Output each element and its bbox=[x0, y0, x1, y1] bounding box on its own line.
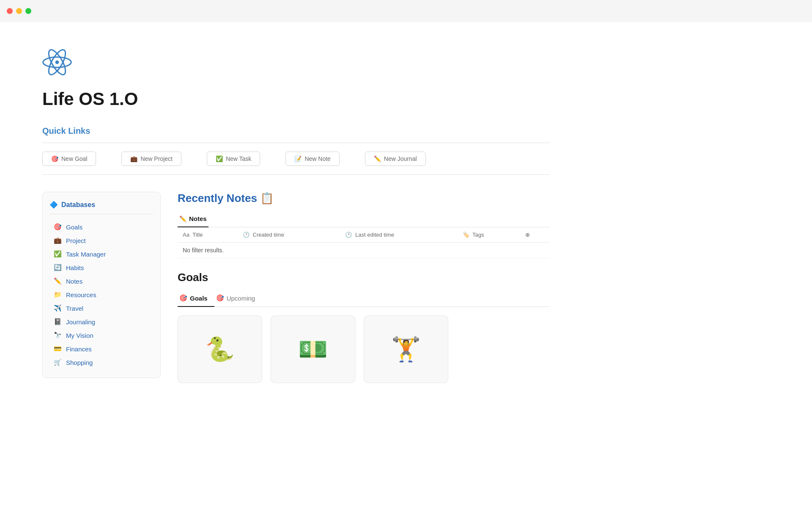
sidebar-label-habits: Habits bbox=[66, 264, 84, 271]
no-filter-message: No filter results. bbox=[178, 243, 550, 258]
notes-table-header-row: Aa Title 🕐 Created time 🕐 Last edited ti… bbox=[178, 227, 550, 243]
quick-link-new-note[interactable]: 📝New Note bbox=[285, 152, 339, 166]
tab-notes[interactable]: ✏️ Notes bbox=[178, 212, 208, 227]
notes-tab-label: Notes bbox=[189, 215, 207, 222]
notes-tabs: ✏️ Notes bbox=[178, 212, 550, 227]
maximize-button[interactable] bbox=[25, 8, 31, 14]
journaling-sidebar-icon: 📓 bbox=[54, 318, 62, 326]
sidebar-label-notes: Notes bbox=[66, 278, 82, 285]
fitness-card-emoji: 🏋️ bbox=[391, 335, 421, 363]
close-button[interactable] bbox=[7, 8, 13, 14]
notes-table: Aa Title 🕐 Created time 🕐 Last edited ti… bbox=[178, 227, 550, 258]
recently-notes-emoji: 📋 bbox=[260, 192, 274, 204]
quick-link-new-goal[interactable]: 🎯New Goal bbox=[42, 152, 96, 166]
atom-logo-icon bbox=[42, 47, 72, 77]
sidebar: 🔷 Databases 🎯Goals💼Project✅Task Manager🔄… bbox=[42, 192, 161, 378]
sidebar-header-label: Databases bbox=[61, 201, 95, 209]
sidebar-label-goals: Goals bbox=[66, 224, 82, 231]
minimize-button[interactable] bbox=[16, 8, 22, 14]
goal-card-money[interactable]: 💵 bbox=[271, 315, 355, 383]
sidebar-label-finances: Finances bbox=[66, 345, 92, 353]
sidebar-header: 🔷 Databases bbox=[49, 201, 154, 214]
upcoming-tab-label: Upcoming bbox=[227, 295, 255, 302]
sidebar-label-journaling: Journaling bbox=[66, 318, 95, 326]
task-manager-sidebar-icon: ✅ bbox=[54, 250, 62, 258]
sidebar-item-notes[interactable]: ✏️Notes bbox=[49, 274, 154, 288]
databases-icon: 🔷 bbox=[49, 201, 58, 209]
col-tags: 🏷️ Tags bbox=[458, 227, 521, 243]
svg-point-3 bbox=[55, 61, 59, 64]
goal-card-python[interactable]: 🐍 bbox=[178, 315, 262, 383]
new-goal-icon: 🎯 bbox=[51, 155, 58, 162]
finances-sidebar-icon: 💳 bbox=[54, 345, 62, 353]
goals-tab-label: Goals bbox=[190, 295, 208, 302]
sidebar-items-container: 🎯Goals💼Project✅Task Manager🔄Habits✏️Note… bbox=[49, 220, 154, 369]
habits-sidebar-icon: 🔄 bbox=[54, 264, 62, 271]
recently-notes-heading: Recently Notes 📋 bbox=[178, 192, 550, 205]
sidebar-label-travel: Travel bbox=[66, 305, 83, 312]
sidebar-label-shopping: Shopping bbox=[66, 359, 93, 366]
quick-links-bottom-divider bbox=[42, 174, 550, 175]
new-note-icon: 📝 bbox=[294, 155, 302, 162]
quick-link-new-task[interactable]: ✅New Task bbox=[207, 152, 260, 166]
sidebar-item-project[interactable]: 💼Project bbox=[49, 234, 154, 247]
sidebar-label-project: Project bbox=[66, 237, 86, 244]
new-journal-icon: ✏️ bbox=[374, 155, 381, 162]
col-last-edited-time: 🕐 Last edited time bbox=[340, 227, 457, 243]
col-created-time: 🕐 Created time bbox=[238, 227, 340, 243]
resources-sidebar-icon: 📁 bbox=[54, 291, 62, 298]
quick-link-new-journal[interactable]: ✏️New Journal bbox=[365, 152, 426, 166]
sidebar-item-shopping[interactable]: 🛒Shopping bbox=[49, 356, 154, 369]
notes-sidebar-icon: ✏️ bbox=[54, 277, 62, 285]
sidebar-item-habits[interactable]: 🔄Habits bbox=[49, 261, 154, 274]
goals-tab-icon: 🎯 bbox=[179, 294, 187, 302]
tags-col-icon: 🏷️ bbox=[463, 232, 469, 238]
col-actions: ⊕ bbox=[520, 227, 550, 243]
last-edited-col-icon: 🕐 bbox=[345, 232, 352, 238]
col-title: Aa Title bbox=[178, 227, 238, 243]
quick-link-new-project[interactable]: 💼New Project bbox=[121, 152, 181, 166]
sidebar-item-resources[interactable]: 📁Resources bbox=[49, 288, 154, 301]
new-project-icon: 💼 bbox=[130, 155, 137, 162]
upcoming-tab-icon: 🎯 bbox=[216, 294, 224, 302]
goals-tabs: 🎯 Goals 🎯 Upcoming bbox=[178, 291, 550, 307]
new-task-icon: ✅ bbox=[216, 155, 223, 162]
shopping-sidebar-icon: 🛒 bbox=[54, 359, 62, 366]
quick-links-title: Quick Links bbox=[42, 126, 550, 136]
python-card-emoji: 🐍 bbox=[205, 335, 235, 363]
no-filter-row: No filter results. bbox=[178, 243, 550, 258]
created-time-col-icon: 🕐 bbox=[243, 232, 250, 238]
main-panel: Recently Notes 📋 ✏️ Notes Aa Title bbox=[178, 192, 550, 383]
sidebar-label-resources: Resources bbox=[66, 291, 96, 298]
sidebar-item-finances[interactable]: 💳Finances bbox=[49, 342, 154, 356]
logo-container bbox=[42, 47, 550, 79]
goals-sidebar-icon: 🎯 bbox=[54, 223, 62, 231]
quick-links-top-divider bbox=[42, 143, 550, 143]
tab-goals[interactable]: 🎯 Goals bbox=[178, 291, 214, 307]
sidebar-item-my-vision[interactable]: 🔭My Vision bbox=[49, 329, 154, 342]
sidebar-label-task-manager: Task Manager bbox=[66, 251, 106, 258]
two-col-layout: 🔷 Databases 🎯Goals💼Project✅Task Manager🔄… bbox=[42, 192, 550, 383]
travel-sidebar-icon: ✈️ bbox=[54, 304, 62, 312]
goals-heading: Goals bbox=[178, 271, 550, 284]
app-title: Life OS 1.O bbox=[42, 89, 550, 109]
quick-links-row: 🎯New Goal💼New Project✅New Task📝New Note✏… bbox=[42, 152, 550, 166]
notes-tab-icon: ✏️ bbox=[179, 215, 187, 222]
titlebar bbox=[0, 0, 812, 22]
goal-card-fitness[interactable]: 🏋️ bbox=[364, 315, 448, 383]
tab-upcoming[interactable]: 🎯 Upcoming bbox=[214, 291, 262, 307]
money-card-emoji: 💵 bbox=[298, 335, 328, 363]
project-sidebar-icon: 💼 bbox=[54, 237, 62, 244]
sidebar-item-travel[interactable]: ✈️Travel bbox=[49, 301, 154, 315]
sidebar-item-goals[interactable]: 🎯Goals bbox=[49, 220, 154, 234]
title-col-icon: Aa bbox=[183, 232, 189, 238]
main-content: Life OS 1.O Quick Links 🎯New Goal💼New Pr… bbox=[0, 22, 592, 409]
my-vision-sidebar-icon: 🔭 bbox=[54, 331, 62, 339]
sidebar-item-task-manager[interactable]: ✅Task Manager bbox=[49, 247, 154, 261]
sidebar-item-journaling[interactable]: 📓Journaling bbox=[49, 315, 154, 329]
goals-cards: 🐍💵🏋️ bbox=[178, 315, 550, 383]
sidebar-label-my-vision: My Vision bbox=[66, 332, 93, 339]
